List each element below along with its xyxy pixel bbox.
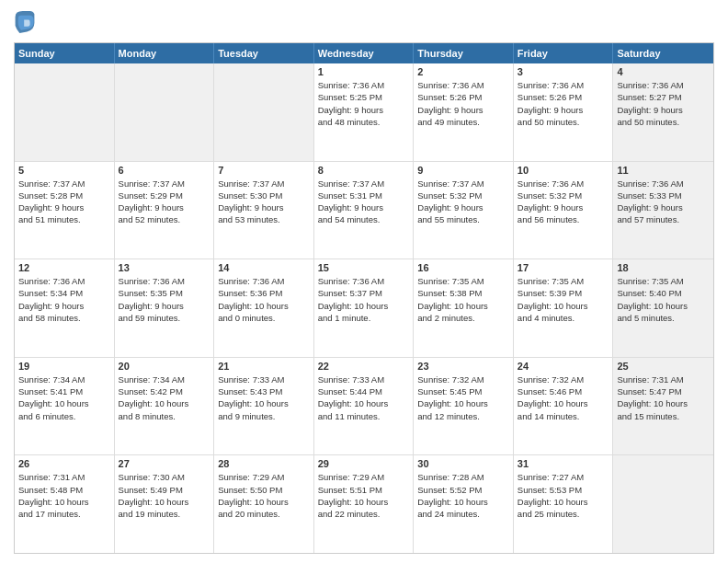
day-number: 20 [119,361,210,372]
day-number: 31 [518,458,609,469]
day-number: 16 [417,262,509,273]
calendar-cell: 13Sunrise: 7:36 AM Sunset: 5:35 PM Dayli… [115,259,215,357]
calendar-cell: 20Sunrise: 7:34 AM Sunset: 5:42 PM Dayli… [115,358,215,455]
cell-info: Sunrise: 7:36 AM Sunset: 5:26 PM Dayligh… [417,79,509,128]
header [14,9,714,35]
calendar-body: 1Sunrise: 7:36 AM Sunset: 5:25 PM Daylig… [15,63,713,553]
header-day: Saturday [613,43,713,63]
calendar-cell: 6Sunrise: 7:37 AM Sunset: 5:29 PM Daylig… [115,162,215,259]
calendar-cell: 22Sunrise: 7:33 AM Sunset: 5:44 PM Dayli… [314,358,415,455]
day-number: 30 [417,458,509,469]
calendar-cell: 23Sunrise: 7:32 AM Sunset: 5:45 PM Dayli… [414,358,514,455]
calendar-cell: 18Sunrise: 7:35 AM Sunset: 5:40 PM Dayli… [613,259,713,357]
cell-info: Sunrise: 7:33 AM Sunset: 5:43 PM Dayligh… [218,373,310,422]
calendar-cell: 31Sunrise: 7:27 AM Sunset: 5:53 PM Dayli… [514,455,614,553]
day-number: 27 [119,458,210,469]
day-number: 18 [617,262,710,273]
calendar-cell: 1Sunrise: 7:36 AM Sunset: 5:25 PM Daylig… [314,63,415,161]
calendar-cell [15,63,115,161]
day-number: 22 [318,361,410,372]
cell-info: Sunrise: 7:34 AM Sunset: 5:41 PM Dayligh… [18,373,110,422]
day-number: 14 [218,262,310,273]
calendar-cell: 4Sunrise: 7:36 AM Sunset: 5:27 PM Daylig… [613,63,713,161]
cell-info: Sunrise: 7:36 AM Sunset: 5:35 PM Dayligh… [119,275,210,324]
day-number: 19 [18,361,110,372]
calendar-cell: 7Sunrise: 7:37 AM Sunset: 5:30 PM Daylig… [214,162,314,259]
calendar-week: 26Sunrise: 7:31 AM Sunset: 5:48 PM Dayli… [15,455,713,553]
cell-info: Sunrise: 7:36 AM Sunset: 5:26 PM Dayligh… [518,79,609,128]
calendar-cell: 26Sunrise: 7:31 AM Sunset: 5:48 PM Dayli… [15,455,115,553]
calendar-cell: 19Sunrise: 7:34 AM Sunset: 5:41 PM Dayli… [15,358,115,455]
calendar-cell: 30Sunrise: 7:28 AM Sunset: 5:52 PM Dayli… [414,455,514,553]
day-number: 12 [18,262,110,273]
day-number: 26 [18,458,110,469]
cell-info: Sunrise: 7:36 AM Sunset: 5:36 PM Dayligh… [218,275,310,324]
calendar-cell [214,63,314,161]
cell-info: Sunrise: 7:36 AM Sunset: 5:34 PM Dayligh… [18,275,110,324]
calendar-cell: 16Sunrise: 7:35 AM Sunset: 5:38 PM Dayli… [414,259,514,357]
day-number: 5 [18,165,110,176]
calendar-cell: 5Sunrise: 7:37 AM Sunset: 5:28 PM Daylig… [15,162,115,259]
day-number: 9 [417,165,509,176]
cell-info: Sunrise: 7:36 AM Sunset: 5:37 PM Dayligh… [318,275,410,324]
cell-info: Sunrise: 7:28 AM Sunset: 5:52 PM Dayligh… [417,471,509,520]
calendar-week: 5Sunrise: 7:37 AM Sunset: 5:28 PM Daylig… [15,162,713,260]
calendar-cell: 2Sunrise: 7:36 AM Sunset: 5:26 PM Daylig… [414,63,514,161]
calendar-cell: 21Sunrise: 7:33 AM Sunset: 5:43 PM Dayli… [214,358,314,455]
cell-info: Sunrise: 7:37 AM Sunset: 5:30 PM Dayligh… [218,178,310,226]
calendar-cell: 24Sunrise: 7:32 AM Sunset: 5:46 PM Dayli… [514,358,614,455]
day-number: 2 [417,66,509,77]
cell-info: Sunrise: 7:37 AM Sunset: 5:32 PM Dayligh… [417,178,509,226]
day-number: 28 [218,458,310,469]
cell-info: Sunrise: 7:34 AM Sunset: 5:42 PM Dayligh… [119,373,210,422]
cell-info: Sunrise: 7:33 AM Sunset: 5:44 PM Dayligh… [318,373,410,422]
cell-info: Sunrise: 7:37 AM Sunset: 5:29 PM Dayligh… [119,178,210,226]
cell-info: Sunrise: 7:32 AM Sunset: 5:45 PM Dayligh… [417,373,509,422]
cell-info: Sunrise: 7:36 AM Sunset: 5:33 PM Dayligh… [617,178,710,226]
day-number: 17 [518,262,609,273]
cell-info: Sunrise: 7:30 AM Sunset: 5:49 PM Dayligh… [119,471,210,520]
header-day: Thursday [414,43,514,63]
calendar-week: 19Sunrise: 7:34 AM Sunset: 5:41 PM Dayli… [15,358,713,456]
day-number: 3 [518,66,609,77]
cell-info: Sunrise: 7:35 AM Sunset: 5:38 PM Dayligh… [417,275,509,324]
calendar-cell: 3Sunrise: 7:36 AM Sunset: 5:26 PM Daylig… [514,63,614,161]
header-day: Monday [115,43,215,63]
day-number: 25 [617,361,710,372]
cell-info: Sunrise: 7:31 AM Sunset: 5:47 PM Dayligh… [617,373,710,422]
day-number: 7 [218,165,310,176]
header-day: Friday [514,43,614,63]
page: SundayMondayTuesdayWednesdayThursdayFrid… [0,0,728,563]
cell-info: Sunrise: 7:37 AM Sunset: 5:31 PM Dayligh… [318,178,410,226]
calendar-week: 12Sunrise: 7:36 AM Sunset: 5:34 PM Dayli… [15,259,713,358]
calendar-cell: 15Sunrise: 7:36 AM Sunset: 5:37 PM Dayli… [314,259,415,357]
day-number: 21 [218,361,310,372]
calendar-cell: 10Sunrise: 7:36 AM Sunset: 5:32 PM Dayli… [514,162,614,259]
day-number: 4 [617,66,710,77]
cell-info: Sunrise: 7:32 AM Sunset: 5:46 PM Dayligh… [518,373,609,422]
day-number: 11 [617,165,710,176]
calendar-cell: 29Sunrise: 7:29 AM Sunset: 5:51 PM Dayli… [314,455,415,553]
cell-info: Sunrise: 7:36 AM Sunset: 5:25 PM Dayligh… [318,79,410,128]
cell-info: Sunrise: 7:27 AM Sunset: 5:53 PM Dayligh… [518,471,609,520]
day-number: 29 [318,458,410,469]
calendar-cell: 14Sunrise: 7:36 AM Sunset: 5:36 PM Dayli… [214,259,314,357]
cell-info: Sunrise: 7:36 AM Sunset: 5:27 PM Dayligh… [617,79,710,128]
cell-info: Sunrise: 7:37 AM Sunset: 5:28 PM Dayligh… [18,178,110,226]
logo [14,9,38,35]
header-day: Tuesday [214,43,314,63]
day-number: 6 [119,165,210,176]
day-number: 13 [119,262,210,273]
calendar: SundayMondayTuesdayWednesdayThursdayFrid… [14,42,714,554]
day-number: 1 [318,66,410,77]
cell-info: Sunrise: 7:36 AM Sunset: 5:32 PM Dayligh… [518,178,609,226]
cell-info: Sunrise: 7:35 AM Sunset: 5:40 PM Dayligh… [617,275,710,324]
calendar-cell [613,455,713,553]
cell-info: Sunrise: 7:29 AM Sunset: 5:50 PM Dayligh… [218,471,310,520]
day-number: 23 [417,361,509,372]
header-day: Sunday [15,43,115,63]
cell-info: Sunrise: 7:31 AM Sunset: 5:48 PM Dayligh… [18,471,110,520]
cell-info: Sunrise: 7:29 AM Sunset: 5:51 PM Dayligh… [318,471,410,520]
day-number: 10 [518,165,609,176]
calendar-cell: 11Sunrise: 7:36 AM Sunset: 5:33 PM Dayli… [613,162,713,259]
